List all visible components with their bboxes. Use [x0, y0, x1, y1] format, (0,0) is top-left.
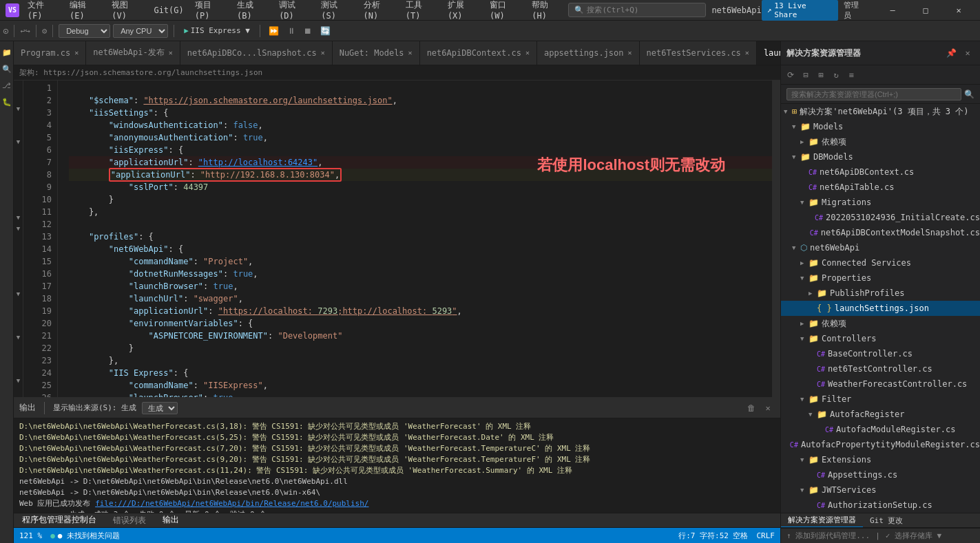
maximize-button[interactable]: □ [910, 0, 941, 21]
output-link[interactable]: file:///D:/net6WebApi/net6WebApi/bin/Rel… [95, 499, 368, 508]
collapse-icon[interactable]: ▼ [17, 105, 20, 112]
activity-debug[interactable]: 🐛 [1, 96, 12, 107]
tree-item-14[interactable]: ▶📁依赖项 [781, 316, 980, 331]
tree-item-12[interactable]: ▶📁PublishProfiles [781, 286, 980, 301]
menu-item-v[interactable]: 视图(V) [106, 0, 148, 21]
tab-6[interactable]: net6TestServices.cs✕ [640, 41, 757, 65]
tab-close-5[interactable]: ✕ [628, 49, 632, 56]
tree-item-8[interactable]: C#net6ApiDBContextModelSnapshot.cs [781, 225, 980, 240]
tree-item-19[interactable]: ▼📁Filter [781, 392, 980, 407]
tree-item-0[interactable]: ▼⊞解决方案'net6WebApi'(3 项目，共 3 个) [781, 104, 980, 119]
search-box[interactable]: 🔍 搜索(Ctrl+Q) [568, 3, 706, 17]
se-sync-btn[interactable]: ⟳ [784, 68, 797, 82]
collapse-icon[interactable]: ▼ [17, 290, 20, 297]
se-settings-btn[interactable]: ≡ [844, 68, 858, 82]
collapse-icon[interactable]: ▼ [17, 138, 20, 145]
tab-label: appsettings.json [544, 48, 624, 58]
tab-7[interactable]: launchSettings.json✕ [757, 41, 780, 65]
menu-item-b[interactable]: 生成(B) [231, 0, 273, 21]
tree-item-15[interactable]: ▼📁Controllers [781, 331, 980, 346]
se-add-source[interactable]: ↑ 添加到源代码管理... [786, 531, 870, 541]
se-close-btn[interactable]: ✕ [961, 46, 974, 60]
editor-scrollbar[interactable] [772, 81, 780, 397]
run-button[interactable]: ▶ IIS Express ▼ [180, 25, 254, 36]
se-pin-btn[interactable]: 📌 [944, 46, 958, 60]
tab-close-3[interactable]: ✕ [408, 49, 413, 56]
collapse-icon[interactable]: ▼ [17, 225, 20, 232]
tree-item-18[interactable]: C#WeatherForecastController.cs [781, 376, 980, 392]
tree-item-1[interactable]: ▼📁Models [781, 119, 980, 134]
toolbar-btn-4[interactable]: ⏹ [301, 26, 315, 36]
menu-item-f[interactable]: 文件(F) [22, 0, 64, 21]
tree-item-16[interactable]: C#BaseController.cs [781, 346, 980, 361]
tab-4[interactable]: net6ApiDBContext.cs✕ [420, 41, 537, 65]
se-refresh-btn[interactable]: ↻ [829, 68, 843, 82]
live-share-button[interactable]: ↗ 13 Live Share [762, 0, 838, 21]
tab-3[interactable]: NuGet: Models✕ [333, 41, 420, 65]
menu-item-d[interactable]: 调试(D) [273, 0, 315, 21]
debug-config-select[interactable]: Debug Release [59, 24, 110, 38]
tree-item-26[interactable]: C#AuthorizationSetup.cs [781, 498, 980, 513]
menu-item-n[interactable]: 分析(N) [358, 0, 400, 21]
menu-item-t[interactable]: 工具(T) [400, 0, 442, 21]
tree-item-4[interactable]: C#net6ApiDBContext.cs [781, 164, 980, 180]
tree-item-7[interactable]: C#20220531024936_InitialCreate.cs [781, 210, 980, 225]
tree-item-11[interactable]: ▼📁Properties [781, 270, 980, 286]
minimize-button[interactable]: — [877, 0, 908, 21]
collapse-icon[interactable]: ▼ [17, 334, 20, 341]
tab-2[interactable]: net6ApiDBCo...lSnapshot.cs✕ [180, 41, 333, 65]
tree-item-3[interactable]: ▼📁DBModels [781, 149, 980, 164]
tree-item-17[interactable]: C#net6TestController.cs [781, 361, 980, 376]
output-source-select[interactable]: 生成 [142, 402, 178, 414]
collapse-icon[interactable]: ▼ [17, 214, 20, 221]
collapse-icon[interactable]: ▼ [17, 377, 20, 384]
menu-item-w[interactable]: 窗口(W) [484, 0, 526, 21]
menu-item-e[interactable]: 编辑(E) [64, 0, 106, 21]
tab-1[interactable]: net6WebApi-发布✕ [86, 41, 180, 65]
se-tab-git[interactable]: Git 更改 [863, 513, 910, 527]
tree-item-10[interactable]: ▶📁Connected Services [781, 255, 980, 270]
tree-item-9[interactable]: ▼⬡net6WebApi [781, 240, 980, 255]
code-editor[interactable]: ▼▼▼▼▼▼▼ 12345678910111213141516171819202… [14, 81, 780, 397]
toolbar-btn-2[interactable]: ⏩ [266, 26, 282, 36]
activity-git[interactable]: ⎇ [1, 80, 12, 91]
menu-item-x[interactable]: 扩展(X) [442, 0, 484, 21]
activity-files[interactable]: 📁 [1, 47, 12, 58]
tree-item-22[interactable]: C#AutofacPropertytityModuleRegister.cs [781, 437, 980, 452]
tree-item-5[interactable]: C#net6ApiTable.cs [781, 180, 980, 195]
menu-item-h[interactable]: 帮助(H) [526, 0, 568, 21]
code-line-12 [69, 218, 772, 231]
panel-close-btn[interactable]: ✕ [761, 401, 775, 415]
tree-item-2[interactable]: ▶📁依赖项 [781, 134, 980, 149]
tree-item-13[interactable]: { }launchSettings.json [781, 301, 980, 316]
tab-0[interactable]: Program.cs✕ [14, 41, 86, 65]
tab-close-6[interactable]: ✕ [745, 49, 749, 56]
se-search-input[interactable] [786, 88, 961, 100]
menu-item-gitg[interactable]: Git(G) [148, 0, 189, 21]
tab-close-0[interactable]: ✕ [74, 49, 79, 56]
se-filter-btn[interactable]: ⊞ [814, 68, 828, 82]
se-collapse-btn[interactable]: ⊟ [799, 68, 813, 82]
se-tab-solution[interactable]: 解决方案资源管理器 [781, 513, 863, 527]
menu-item-s[interactable]: 测试(S) [315, 0, 357, 21]
se-select-repo[interactable]: ✓ 选择存储库 ▼ [886, 531, 942, 541]
close-button[interactable]: ✕ [943, 0, 974, 21]
menu-item-p[interactable]: 项目(P) [189, 0, 231, 21]
tab-close-1[interactable]: ✕ [169, 49, 173, 56]
tree-item-6[interactable]: ▼📁Migrations [781, 195, 980, 210]
code-content[interactable]: "$schema": "https://json.schemastore.org… [58, 81, 772, 397]
tree-item-20[interactable]: ▼📁AutofacRegister [781, 407, 980, 422]
platform-select[interactable]: Any CPU [113, 24, 168, 38]
toolbar-btn-3[interactable]: ⏸ [284, 26, 298, 36]
tree-item-24[interactable]: C#Appsettings.cs [781, 467, 980, 482]
output-line: D:\net6WebApi\net6WebApi\WeatherForecast… [19, 465, 775, 476]
tree-item-21[interactable]: C#AutofacModuleRegister.cs [781, 422, 980, 437]
panel-clear-btn[interactable]: 🗑 [744, 401, 758, 415]
tab-5[interactable]: appsettings.json✕ [537, 41, 640, 65]
tree-item-23[interactable]: ▼📁Extensions [781, 452, 980, 467]
tab-close-2[interactable]: ✕ [321, 49, 325, 56]
toolbar-btn-5[interactable]: 🔄 [317, 26, 333, 36]
activity-search[interactable]: 🔍 [1, 63, 12, 74]
tab-close-4[interactable]: ✕ [525, 49, 530, 56]
tree-item-25[interactable]: ▼📁JWTServices [781, 482, 980, 498]
